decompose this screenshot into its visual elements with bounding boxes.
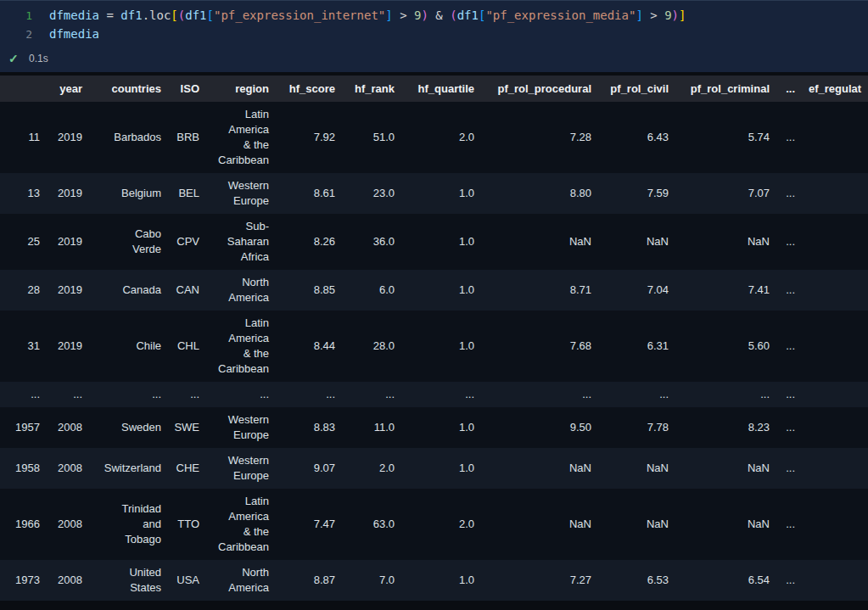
cell: ...	[770, 311, 795, 382]
cell: ...	[474, 382, 591, 407]
cell: 8.87	[269, 560, 335, 601]
cell: ...	[770, 407, 795, 448]
code-line[interactable]: 1dfmedia = df1.loc[(df1["pf_expression_i…	[0, 6, 868, 25]
cell: 1.0	[395, 173, 474, 214]
code-line[interactable]: 2dfmedia	[0, 25, 868, 43]
cell: 2008	[40, 560, 82, 601]
cell: 7.0	[335, 560, 395, 601]
cell: ...	[770, 102, 795, 173]
cell: 1.0	[395, 214, 474, 270]
cell: 1957	[0, 407, 40, 448]
column-header	[0, 76, 40, 102]
cell: Barbados	[82, 102, 161, 173]
cell: NaN	[474, 214, 591, 270]
cell: 1.0	[395, 407, 474, 448]
cell: 8.80	[474, 173, 591, 214]
table-row: ....................................	[0, 382, 868, 407]
cell	[795, 382, 868, 407]
cell: 7.59	[591, 173, 669, 214]
cell: Western Europe	[199, 173, 269, 214]
cell: Canada	[82, 270, 161, 311]
cell	[795, 214, 868, 270]
cell: ...	[161, 382, 199, 407]
cell	[795, 448, 868, 489]
cell: 7.47	[269, 489, 335, 560]
cell: Western Europe	[199, 448, 269, 489]
table-row: 282019CanadaCANNorth America8.856.01.08.…	[0, 270, 868, 311]
cell: 8.23	[669, 407, 770, 448]
cell: 7.78	[591, 407, 669, 448]
cell: North America	[199, 560, 269, 601]
code-editor[interactable]: 1dfmedia = df1.loc[(df1["pf_expression_i…	[0, 6, 868, 43]
cell: ...	[199, 382, 269, 407]
cell: 7.41	[669, 270, 770, 311]
column-header: ISO	[161, 76, 199, 102]
code-cell[interactable]: 1dfmedia = df1.loc[(df1["pf_expression_i…	[0, 0, 868, 72]
cell: NaN	[669, 489, 770, 560]
cell: 25	[0, 214, 40, 270]
cell: Cabo Verde	[82, 214, 161, 270]
cell: SWE	[161, 407, 199, 448]
cell: 2019	[40, 311, 82, 382]
cell	[795, 173, 868, 214]
cell: 2019	[40, 102, 82, 173]
cell: 7.27	[474, 560, 591, 601]
cell: 6.53	[591, 560, 669, 601]
cell: 1.0	[395, 311, 474, 382]
cell	[795, 102, 868, 173]
cell: 2.0	[335, 448, 395, 489]
cell: ...	[591, 382, 669, 407]
cell: 2019	[40, 270, 82, 311]
table-row: 252019Cabo VerdeCPVSub- Saharan Africa8.…	[0, 214, 868, 270]
success-check-icon: ✓	[8, 52, 22, 65]
cell: ...	[770, 214, 795, 270]
cell: 1958	[0, 448, 40, 489]
cell: 23.0	[335, 173, 395, 214]
cell: 1.0	[395, 448, 474, 489]
column-header: year	[40, 76, 82, 102]
cell: 13	[0, 173, 40, 214]
cell: Belgium	[82, 173, 161, 214]
column-header: ef_regulat	[795, 76, 868, 102]
table-row: 19582008SwitzerlandCHEWestern Europe9.07…	[0, 448, 868, 489]
table-row: 19732008United StatesUSANorth America8.8…	[0, 560, 868, 601]
cell: 9.07	[269, 448, 335, 489]
header-row: yearcountriesISOregionhf_scorehf_rankhf_…	[0, 76, 868, 102]
cell: 9.50	[474, 407, 591, 448]
cell: BRB	[161, 102, 199, 173]
code-text[interactable]: dfmedia = df1.loc[(df1["pf_expression_in…	[49, 8, 686, 22]
execution-time: 0.1s	[29, 53, 48, 64]
cell: 1966	[0, 489, 40, 560]
cell: NaN	[591, 489, 669, 560]
cell: 8.85	[269, 270, 335, 311]
cell: North America	[199, 270, 269, 311]
cell	[795, 270, 868, 311]
execution-status: ✓ 0.1s	[0, 48, 868, 69]
cell	[795, 407, 868, 448]
cell: NaN	[591, 448, 669, 489]
cell: 7.68	[474, 311, 591, 382]
cell: 6.54	[669, 560, 770, 601]
column-header: hf_rank	[335, 76, 395, 102]
cell: 2008	[40, 489, 82, 560]
column-header: countries	[82, 76, 161, 102]
cell: 1.0	[395, 560, 474, 601]
cell: ...	[395, 382, 474, 407]
cell: 28.0	[335, 311, 395, 382]
cell: ...	[40, 382, 82, 407]
cell	[795, 489, 868, 560]
cell: NaN	[591, 214, 669, 270]
cell: 11	[0, 102, 40, 173]
cell: ...	[0, 382, 40, 407]
cell: 8.26	[269, 214, 335, 270]
cell: 63.0	[335, 489, 395, 560]
cell: 2019	[40, 173, 82, 214]
cell: NaN	[474, 448, 591, 489]
cell: ...	[770, 489, 795, 560]
cell: 8.61	[269, 173, 335, 214]
cell: Switzerland	[82, 448, 161, 489]
cell: TTO	[161, 489, 199, 560]
code-text[interactable]: dfmedia	[49, 27, 99, 41]
cell: 7.07	[669, 173, 770, 214]
cell: 5.74	[669, 102, 770, 173]
